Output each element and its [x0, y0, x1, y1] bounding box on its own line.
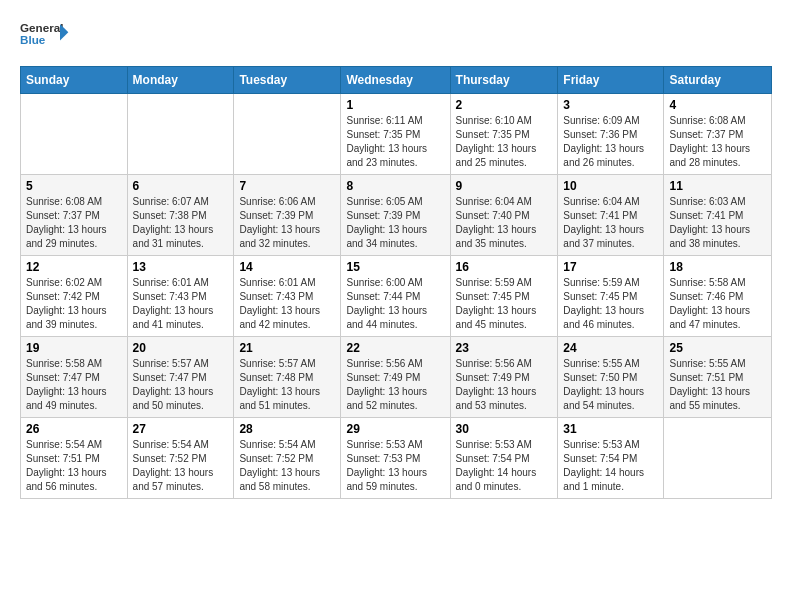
calendar-cell [664, 418, 772, 499]
day-number: 2 [456, 98, 553, 112]
day-info: Sunrise: 5:54 AM Sunset: 7:52 PM Dayligh… [133, 438, 229, 494]
calendar-cell: 20Sunrise: 5:57 AM Sunset: 7:47 PM Dayli… [127, 337, 234, 418]
day-number: 11 [669, 179, 766, 193]
day-number: 31 [563, 422, 658, 436]
col-header-sunday: Sunday [21, 67, 128, 94]
calendar-cell: 25Sunrise: 5:55 AM Sunset: 7:51 PM Dayli… [664, 337, 772, 418]
day-number: 7 [239, 179, 335, 193]
calendar-cell: 27Sunrise: 5:54 AM Sunset: 7:52 PM Dayli… [127, 418, 234, 499]
calendar-cell: 15Sunrise: 6:00 AM Sunset: 7:44 PM Dayli… [341, 256, 450, 337]
day-info: Sunrise: 6:11 AM Sunset: 7:35 PM Dayligh… [346, 114, 444, 170]
day-info: Sunrise: 5:55 AM Sunset: 7:50 PM Dayligh… [563, 357, 658, 413]
day-info: Sunrise: 5:57 AM Sunset: 7:48 PM Dayligh… [239, 357, 335, 413]
calendar-cell: 19Sunrise: 5:58 AM Sunset: 7:47 PM Dayli… [21, 337, 128, 418]
day-info: Sunrise: 5:53 AM Sunset: 7:54 PM Dayligh… [456, 438, 553, 494]
day-number: 1 [346, 98, 444, 112]
day-info: Sunrise: 6:00 AM Sunset: 7:44 PM Dayligh… [346, 276, 444, 332]
calendar-cell: 12Sunrise: 6:02 AM Sunset: 7:42 PM Dayli… [21, 256, 128, 337]
calendar-week-1: 1Sunrise: 6:11 AM Sunset: 7:35 PM Daylig… [21, 94, 772, 175]
day-info: Sunrise: 6:04 AM Sunset: 7:40 PM Dayligh… [456, 195, 553, 251]
day-number: 3 [563, 98, 658, 112]
calendar-cell: 31Sunrise: 5:53 AM Sunset: 7:54 PM Dayli… [558, 418, 664, 499]
calendar-cell: 29Sunrise: 5:53 AM Sunset: 7:53 PM Dayli… [341, 418, 450, 499]
calendar-cell: 16Sunrise: 5:59 AM Sunset: 7:45 PM Dayli… [450, 256, 558, 337]
page: General Blue SundayMondayTuesdayWednesda… [0, 0, 792, 612]
day-info: Sunrise: 6:09 AM Sunset: 7:36 PM Dayligh… [563, 114, 658, 170]
day-info: Sunrise: 5:59 AM Sunset: 7:45 PM Dayligh… [456, 276, 553, 332]
calendar-cell: 9Sunrise: 6:04 AM Sunset: 7:40 PM Daylig… [450, 175, 558, 256]
day-number: 19 [26, 341, 122, 355]
calendar-cell: 6Sunrise: 6:07 AM Sunset: 7:38 PM Daylig… [127, 175, 234, 256]
day-number: 18 [669, 260, 766, 274]
calendar-cell: 8Sunrise: 6:05 AM Sunset: 7:39 PM Daylig… [341, 175, 450, 256]
calendar-week-4: 19Sunrise: 5:58 AM Sunset: 7:47 PM Dayli… [21, 337, 772, 418]
day-number: 29 [346, 422, 444, 436]
calendar-table: SundayMondayTuesdayWednesdayThursdayFrid… [20, 66, 772, 499]
day-number: 23 [456, 341, 553, 355]
day-number: 21 [239, 341, 335, 355]
svg-text:Blue: Blue [20, 33, 46, 46]
day-info: Sunrise: 6:01 AM Sunset: 7:43 PM Dayligh… [239, 276, 335, 332]
calendar-cell: 28Sunrise: 5:54 AM Sunset: 7:52 PM Dayli… [234, 418, 341, 499]
calendar-cell: 14Sunrise: 6:01 AM Sunset: 7:43 PM Dayli… [234, 256, 341, 337]
calendar-cell: 3Sunrise: 6:09 AM Sunset: 7:36 PM Daylig… [558, 94, 664, 175]
logo-icon: General Blue [20, 16, 70, 56]
calendar-cell: 26Sunrise: 5:54 AM Sunset: 7:51 PM Dayli… [21, 418, 128, 499]
day-info: Sunrise: 6:02 AM Sunset: 7:42 PM Dayligh… [26, 276, 122, 332]
calendar-cell: 2Sunrise: 6:10 AM Sunset: 7:35 PM Daylig… [450, 94, 558, 175]
calendar-cell: 22Sunrise: 5:56 AM Sunset: 7:49 PM Dayli… [341, 337, 450, 418]
calendar-cell: 21Sunrise: 5:57 AM Sunset: 7:48 PM Dayli… [234, 337, 341, 418]
calendar-cell: 5Sunrise: 6:08 AM Sunset: 7:37 PM Daylig… [21, 175, 128, 256]
day-info: Sunrise: 6:08 AM Sunset: 7:37 PM Dayligh… [26, 195, 122, 251]
calendar-cell: 1Sunrise: 6:11 AM Sunset: 7:35 PM Daylig… [341, 94, 450, 175]
day-info: Sunrise: 5:53 AM Sunset: 7:54 PM Dayligh… [563, 438, 658, 494]
day-number: 27 [133, 422, 229, 436]
day-info: Sunrise: 6:10 AM Sunset: 7:35 PM Dayligh… [456, 114, 553, 170]
day-number: 10 [563, 179, 658, 193]
calendar-cell: 10Sunrise: 6:04 AM Sunset: 7:41 PM Dayli… [558, 175, 664, 256]
calendar-cell: 13Sunrise: 6:01 AM Sunset: 7:43 PM Dayli… [127, 256, 234, 337]
day-info: Sunrise: 5:55 AM Sunset: 7:51 PM Dayligh… [669, 357, 766, 413]
day-number: 20 [133, 341, 229, 355]
day-info: Sunrise: 6:03 AM Sunset: 7:41 PM Dayligh… [669, 195, 766, 251]
day-number: 6 [133, 179, 229, 193]
logo: General Blue [20, 16, 70, 56]
day-info: Sunrise: 5:53 AM Sunset: 7:53 PM Dayligh… [346, 438, 444, 494]
calendar-cell [234, 94, 341, 175]
calendar-week-2: 5Sunrise: 6:08 AM Sunset: 7:37 PM Daylig… [21, 175, 772, 256]
calendar-cell: 30Sunrise: 5:53 AM Sunset: 7:54 PM Dayli… [450, 418, 558, 499]
day-info: Sunrise: 5:54 AM Sunset: 7:52 PM Dayligh… [239, 438, 335, 494]
calendar-cell [127, 94, 234, 175]
day-info: Sunrise: 5:56 AM Sunset: 7:49 PM Dayligh… [456, 357, 553, 413]
col-header-wednesday: Wednesday [341, 67, 450, 94]
day-info: Sunrise: 6:06 AM Sunset: 7:39 PM Dayligh… [239, 195, 335, 251]
day-number: 9 [456, 179, 553, 193]
calendar-cell: 24Sunrise: 5:55 AM Sunset: 7:50 PM Dayli… [558, 337, 664, 418]
day-info: Sunrise: 6:04 AM Sunset: 7:41 PM Dayligh… [563, 195, 658, 251]
day-info: Sunrise: 6:01 AM Sunset: 7:43 PM Dayligh… [133, 276, 229, 332]
day-info: Sunrise: 6:05 AM Sunset: 7:39 PM Dayligh… [346, 195, 444, 251]
day-number: 4 [669, 98, 766, 112]
day-number: 14 [239, 260, 335, 274]
col-header-tuesday: Tuesday [234, 67, 341, 94]
calendar-cell: 7Sunrise: 6:06 AM Sunset: 7:39 PM Daylig… [234, 175, 341, 256]
col-header-monday: Monday [127, 67, 234, 94]
calendar-week-5: 26Sunrise: 5:54 AM Sunset: 7:51 PM Dayli… [21, 418, 772, 499]
day-number: 15 [346, 260, 444, 274]
calendar-header-row: SundayMondayTuesdayWednesdayThursdayFrid… [21, 67, 772, 94]
calendar-week-3: 12Sunrise: 6:02 AM Sunset: 7:42 PM Dayli… [21, 256, 772, 337]
day-info: Sunrise: 5:58 AM Sunset: 7:47 PM Dayligh… [26, 357, 122, 413]
col-header-thursday: Thursday [450, 67, 558, 94]
day-number: 13 [133, 260, 229, 274]
col-header-friday: Friday [558, 67, 664, 94]
day-number: 25 [669, 341, 766, 355]
day-number: 22 [346, 341, 444, 355]
calendar-cell: 11Sunrise: 6:03 AM Sunset: 7:41 PM Dayli… [664, 175, 772, 256]
day-number: 30 [456, 422, 553, 436]
header: General Blue [20, 16, 772, 56]
day-info: Sunrise: 6:07 AM Sunset: 7:38 PM Dayligh… [133, 195, 229, 251]
day-number: 16 [456, 260, 553, 274]
day-number: 8 [346, 179, 444, 193]
col-header-saturday: Saturday [664, 67, 772, 94]
day-number: 24 [563, 341, 658, 355]
